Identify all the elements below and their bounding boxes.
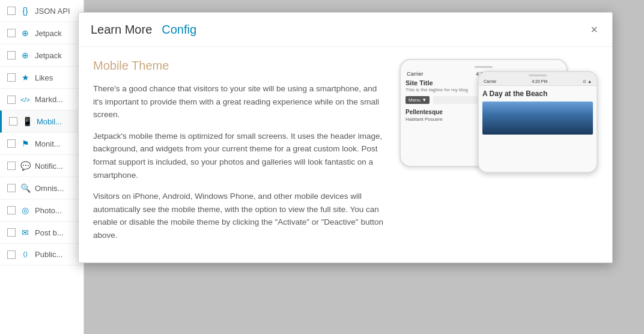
markd-icon: </>: [20, 96, 30, 103]
text-block-1: There's a good chance that visitors to y…: [93, 82, 385, 121]
phone-front-body: A Day at the Beach: [479, 86, 597, 138]
sidebar: {} JSON API ⊕ Jetpack ⊕ Jetpack ★ Likes …: [0, 0, 84, 334]
text-block-2: Jetpack's mobile theme is optimized for …: [93, 130, 385, 181]
sidebar-label-likes: Likes: [35, 73, 53, 82]
phone-mockup-container: Carrier 4:20 PM ⊙ ▲ Site Title This is t…: [399, 59, 598, 179]
config-link[interactable]: Config: [162, 23, 196, 37]
sidebar-item-jsonapi[interactable]: {} JSON API: [0, 0, 84, 22]
sidebar-label-postb: Post b...: [35, 228, 64, 237]
sidebar-item-public[interactable]: ⟨⟩ Public...: [0, 244, 84, 266]
sidebar-item-jetpack2[interactable]: ⊕ Jetpack: [0, 44, 84, 67]
modal-body: Mobile Theme There's a good chance that …: [79, 47, 612, 263]
sidebar-label-photo: Photo...: [35, 206, 62, 215]
sidebar-label-notific: Notific...: [35, 162, 63, 171]
sidebar-item-likes[interactable]: ★ Likes: [0, 67, 84, 89]
phone-back-speaker: [475, 66, 493, 68]
checkbox-public[interactable]: [7, 251, 16, 259]
section-title: Mobile Theme: [93, 59, 385, 73]
monit-icon: ⚑: [20, 139, 30, 148]
phone-back-carrier: Carrier: [407, 71, 424, 77]
sidebar-label-public: Public...: [35, 250, 62, 259]
modal-header: Learn More Config ×: [79, 13, 612, 47]
learn-more-modal: Learn More Config × Mobile Theme There's…: [78, 12, 613, 263]
sidebar-label-mobile: Mobil...: [37, 117, 62, 126]
phone-front: Carrier 4:20 PM ⊙ ▲ A Day at the Beach: [478, 71, 598, 173]
checkbox-jetpack1[interactable]: [7, 29, 16, 37]
sidebar-label-jetpack1: Jetpack: [35, 29, 62, 38]
checkbox-markd[interactable]: [7, 96, 16, 104]
sidebar-item-mobile[interactable]: 📱 Mobil...: [0, 111, 84, 133]
sidebar-item-notific[interactable]: 💬 Notific...: [0, 155, 84, 177]
phone-front-top: Carrier 4:20 PM ⊙ ▲: [479, 72, 597, 86]
checkbox-postb[interactable]: [7, 228, 16, 237]
phone-front-post-title: A Day at the Beach: [482, 90, 593, 98]
checkbox-jetpack2[interactable]: [7, 51, 16, 59]
jsonapi-icon: {}: [20, 6, 30, 16]
jetpack2-icon: ⊕: [20, 50, 30, 60]
omnis-icon: 🔍: [20, 183, 30, 193]
sidebar-label-jsonapi: JSON API: [35, 7, 70, 16]
phone-front-status: Carrier 4:20 PM ⊙ ▲: [482, 78, 593, 85]
phone-front-speaker: [529, 74, 547, 76]
modal-content: Mobile Theme There's a good chance that …: [93, 59, 385, 251]
phone-front-icons: ⊙ ▲: [583, 79, 592, 84]
checkbox-jsonapi[interactable]: [7, 7, 16, 15]
close-button[interactable]: ×: [588, 21, 600, 38]
modal-title: Learn More: [91, 23, 152, 37]
postb-icon: ✉: [20, 228, 30, 237]
sidebar-item-postb[interactable]: ✉ Post b...: [0, 222, 84, 244]
sidebar-item-markd[interactable]: </> Markd...: [0, 89, 84, 111]
phone-front-time: 4:20 PM: [532, 79, 547, 84]
sidebar-item-monit[interactable]: ⚑ Monit...: [0, 133, 84, 155]
checkbox-mobile[interactable]: [9, 117, 17, 126]
checkbox-likes[interactable]: [7, 73, 16, 82]
sidebar-label-markd: Markd...: [35, 95, 63, 104]
sidebar-label-monit: Monit...: [35, 139, 61, 148]
sidebar-item-omnis[interactable]: 🔍 Omnis...: [0, 177, 84, 199]
mobile-icon: 📱: [22, 117, 32, 126]
phone-front-carrier: Carrier: [484, 79, 496, 84]
phone-back-menu: Menu ▼: [406, 96, 430, 104]
jetpack1-icon: ⊕: [20, 28, 30, 38]
sidebar-item-photo[interactable]: ◎ Photo...: [0, 199, 84, 222]
checkbox-omnis[interactable]: [7, 184, 16, 192]
sidebar-label-omnis: Omnis...: [35, 184, 64, 193]
likes-icon: ★: [20, 73, 30, 82]
photo-icon: ◎: [20, 205, 30, 215]
sidebar-label-jetpack2: Jetpack: [35, 51, 62, 60]
checkbox-monit[interactable]: [7, 139, 16, 148]
sidebar-item-jetpack1[interactable]: ⊕ Jetpack: [0, 22, 84, 44]
checkbox-notific[interactable]: [7, 162, 16, 170]
text-block-3: Visitors on iPhone, Android, Windows Pho…: [93, 190, 385, 241]
notific-icon: 💬: [20, 161, 30, 171]
checkbox-photo[interactable]: [7, 206, 16, 214]
phone-front-image: [482, 102, 593, 135]
public-icon: ⟨⟩: [20, 251, 30, 258]
